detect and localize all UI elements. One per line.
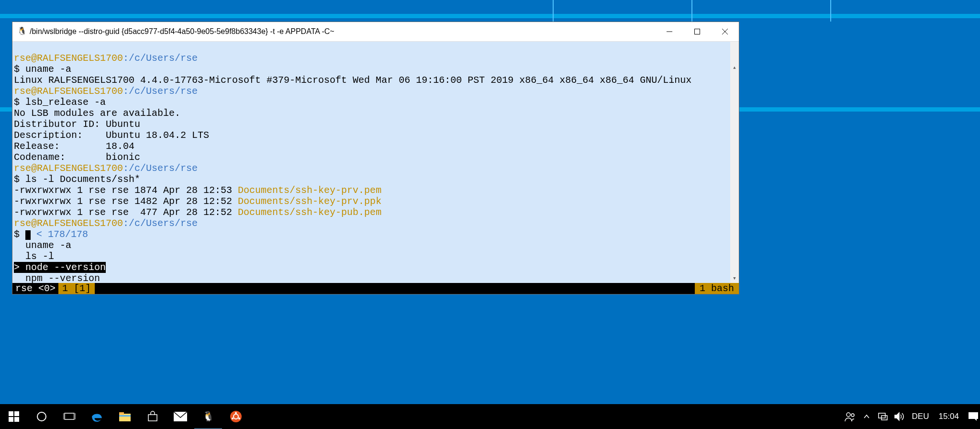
- window-title: /bin/wslbridge --distro-guid {d5acc977-d…: [30, 27, 334, 36]
- cmd-uname: $ uname -a: [14, 64, 71, 75]
- prompt-path: :/c/Users/rse: [123, 218, 198, 229]
- tmux-statusbar: rse <0> 1 [1] 1 bash: [12, 283, 739, 294]
- ls-row: -rwxrwxrwx 1 rse rse 477 Apr 28 12:52: [14, 207, 238, 218]
- ls-row: -rwxrwxrwx 1 rse rse 1874 Apr 28 12:53: [14, 185, 238, 196]
- svg-rect-9: [65, 413, 74, 419]
- svg-rect-12: [119, 414, 131, 421]
- prompt-userhost: rse@RALFSENGELS1700: [14, 53, 123, 64]
- scroll-down-icon[interactable]: ▼: [730, 274, 739, 283]
- svg-point-22: [846, 413, 850, 417]
- taskbar-app-ubuntu[interactable]: [222, 404, 250, 429]
- taskbar: 🐧 DEU 15:04: [0, 404, 980, 429]
- svg-rect-6: [9, 417, 13, 422]
- prompt-userhost: rse@RALFSENGELS1700: [14, 218, 123, 229]
- start-button[interactable]: [0, 404, 28, 429]
- svg-point-8: [37, 412, 46, 421]
- svg-rect-14: [119, 415, 131, 417]
- prompt-userhost: rse@RALFSENGELS1700: [14, 86, 123, 97]
- history-item: uname -a: [14, 240, 71, 251]
- lsb-output: No LSB modules are available.: [14, 108, 180, 119]
- history-item: npm --version: [14, 273, 100, 283]
- titlebar[interactable]: /bin/wslbridge --distro-guid {d5acc977-d…: [12, 22, 739, 42]
- maximize-button[interactable]: [683, 22, 711, 41]
- svg-marker-28: [975, 419, 977, 421]
- uname-output: Linux RALFSENGELS1700 4.4.0-17763-Micros…: [14, 75, 691, 86]
- taskbar-app-terminal[interactable]: 🐧: [194, 404, 222, 429]
- status-right: 1 bash: [695, 283, 739, 294]
- history-prompt: $: [14, 229, 25, 240]
- minimize-button[interactable]: [656, 22, 683, 41]
- svg-marker-26: [895, 413, 899, 420]
- svg-rect-5: [14, 411, 19, 416]
- svg-point-19: [235, 412, 237, 414]
- status-session: rse <0>: [12, 283, 58, 294]
- terminal-window: /bin/wslbridge --distro-guid {d5acc977-d…: [12, 22, 739, 294]
- app-icon: [17, 27, 26, 36]
- status-window: 1 [1]: [58, 283, 95, 294]
- ls-filename: Documents/ssh-key-pub.pem: [238, 207, 381, 218]
- scroll-up-icon[interactable]: ▲: [730, 64, 739, 72]
- svg-rect-4: [9, 411, 13, 416]
- lsb-output: Release: 18.04: [14, 141, 134, 152]
- taskbar-app-edge[interactable]: [83, 404, 111, 429]
- cursor: [25, 230, 31, 240]
- ls-filename: Documents/ssh-key-prv.pem: [238, 185, 381, 196]
- tray-clock[interactable]: 15:04: [934, 412, 964, 421]
- cortana-button[interactable]: [28, 404, 56, 429]
- prompt-path: :/c/Users/rse: [123, 86, 198, 97]
- history-counter: < 178/178: [31, 229, 88, 240]
- lsb-output: Codename: bionic: [14, 152, 140, 163]
- terminal-content[interactable]: rse@RALFSENGELS1700:/c/Users/rse $ uname…: [12, 42, 739, 283]
- svg-rect-15: [148, 415, 157, 421]
- cmd-lsb: $ lsb_release -a: [14, 97, 106, 108]
- volume-icon[interactable]: [891, 404, 907, 429]
- ls-row: -rwxrwxrwx 1 rse rse 1482 Apr 28 12:52: [14, 196, 238, 207]
- system-tray: DEU 15:04: [842, 404, 980, 429]
- action-center-icon[interactable]: [967, 404, 980, 429]
- svg-point-21: [238, 418, 240, 419]
- people-icon[interactable]: [842, 404, 858, 429]
- ls-filename: Documents/ssh-key-prv.ppk: [238, 196, 381, 207]
- task-view-button[interactable]: [56, 404, 83, 429]
- taskbar-app-mail[interactable]: [167, 404, 194, 429]
- penguin-icon: 🐧: [202, 410, 214, 422]
- tray-expand-icon[interactable]: [858, 404, 875, 429]
- taskbar-app-store[interactable]: [139, 404, 167, 429]
- network-icon[interactable]: [875, 404, 891, 429]
- history-item: ls -l: [14, 251, 54, 262]
- close-button[interactable]: [711, 22, 739, 41]
- terminal-scrollbar[interactable]: ▲ ▼: [730, 42, 739, 283]
- prompt-path: :/c/Users/rse: [123, 163, 198, 174]
- history-item-selected: > node --version: [14, 262, 106, 273]
- svg-rect-1: [695, 29, 700, 34]
- svg-point-23: [851, 414, 854, 417]
- taskbar-app-explorer[interactable]: [111, 404, 139, 429]
- svg-rect-7: [14, 417, 19, 422]
- svg-rect-13: [119, 412, 124, 415]
- cmd-ls: $ ls -l Documents/ssh*: [14, 174, 140, 185]
- prompt-userhost: rse@RALFSENGELS1700: [14, 163, 123, 174]
- tray-language[interactable]: DEU: [907, 412, 934, 421]
- svg-rect-27: [969, 412, 978, 419]
- svg-point-20: [232, 418, 234, 419]
- lsb-output: Description: Ubuntu 18.04.2 LTS: [14, 130, 209, 141]
- lsb-output: Distributor ID: Ubuntu: [14, 119, 140, 130]
- prompt-path: :/c/Users/rse: [123, 53, 198, 64]
